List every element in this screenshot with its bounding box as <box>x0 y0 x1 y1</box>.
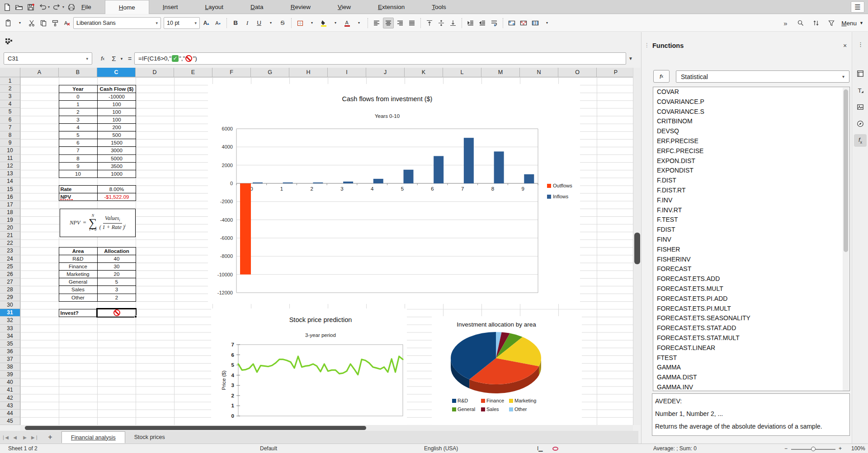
sort-icon[interactable] <box>811 18 821 28</box>
row-header-24[interactable]: 24 <box>0 255 20 263</box>
menu-tab-view[interactable]: View <box>324 0 364 14</box>
cell-C24[interactable]: 40 <box>98 255 136 263</box>
row-header-3[interactable]: 3 <box>0 93 20 100</box>
cut-icon[interactable] <box>26 18 37 28</box>
row-header-8[interactable]: 8 <box>0 131 20 139</box>
cell-C11[interactable]: 5000 <box>98 155 136 163</box>
menu-tab-insert[interactable]: Insert <box>149 0 192 14</box>
function-item-forecast.ets.mult[interactable]: FORECAST.ETS.MULT <box>653 284 849 294</box>
cell-C28[interactable]: 3 <box>98 286 136 294</box>
row-header-2[interactable]: 2 <box>0 85 20 93</box>
document-modified-icon[interactable] <box>552 447 558 451</box>
function-item-fdist[interactable]: FDIST <box>653 225 849 235</box>
column-header-O[interactable]: O <box>558 68 597 77</box>
copy-icon[interactable] <box>38 18 49 28</box>
function-item-forecast.ets.pi.mult[interactable]: FORECAST.ETS.PI.MULT <box>653 304 849 314</box>
function-item-expon.dist[interactable]: EXPON.DIST <box>653 156 849 166</box>
function-item-critbinom[interactable]: CRITBINOM <box>653 117 849 126</box>
undo-icon[interactable] <box>38 3 47 12</box>
line-chart[interactable]: 01234567Stock price prediction3-year per… <box>211 308 407 425</box>
column-header-L[interactable]: L <box>443 68 481 77</box>
function-item-forecast[interactable]: FORECAST <box>653 264 849 274</box>
cell-C5[interactable]: 100 <box>98 108 136 116</box>
formula-input[interactable]: =IF(C16>0,"✓","") <box>134 52 626 65</box>
panel-close-icon[interactable]: × <box>843 42 847 49</box>
cell-C8[interactable]: 500 <box>98 131 136 139</box>
menu-tab-review[interactable]: Review <box>277 0 324 14</box>
column-header-E[interactable]: E <box>174 68 212 77</box>
align-justify-icon[interactable] <box>406 18 417 28</box>
function-item-forecast.ets.pi.add[interactable]: FORECAST.ETS.PI.ADD <box>653 294 849 304</box>
new-doc-icon[interactable] <box>3 3 12 12</box>
cell-B6[interactable]: 3 <box>59 116 98 124</box>
select-all-corner[interactable] <box>0 68 20 77</box>
function-wizard-button[interactable]: fx <box>97 52 108 65</box>
cell-C26[interactable]: 20 <box>98 271 136 278</box>
align-right-icon[interactable] <box>395 18 406 28</box>
function-item-f.inv.rt[interactable]: F.INV.RT <box>653 205 849 215</box>
row-header-25[interactable]: 25 <box>0 263 20 271</box>
row-header-15[interactable]: 15 <box>0 186 20 193</box>
column-header-G[interactable]: G <box>251 68 289 77</box>
sidebar-grid-icon[interactable] <box>5 38 13 47</box>
cell-C15[interactable]: 8.00% <box>98 186 136 193</box>
row-header-4[interactable]: 4 <box>0 100 20 108</box>
bar-chart[interactable]: 6000400020000-2000-4000-6000-8000-10000-… <box>208 84 580 304</box>
align-vcenter-icon[interactable] <box>436 18 447 28</box>
row-header-35[interactable]: 35 <box>0 340 20 348</box>
function-item-expondist[interactable]: EXPONDIST <box>653 166 849 176</box>
sum-dropdown-icon[interactable]: ▾ <box>118 52 125 65</box>
cell-C12[interactable]: 3500 <box>98 163 136 170</box>
vertical-scrollbar-thumb[interactable] <box>634 233 640 264</box>
column-header-C[interactable]: C <box>97 68 136 77</box>
equals-button[interactable]: = <box>126 52 134 65</box>
category-dropdown[interactable]: Statistical ▾ <box>676 70 849 83</box>
increase-font-icon[interactable]: A▴ <box>201 18 212 28</box>
clone-formatting-icon[interactable] <box>50 18 61 28</box>
insert-function-button[interactable]: fx <box>653 70 670 83</box>
row-header-5[interactable]: 5 <box>0 108 20 116</box>
paste-icon[interactable] <box>3 18 14 28</box>
function-item-covariance.p[interactable]: COVARIANCE.P <box>653 97 849 107</box>
row-header-7[interactable]: 7 <box>0 124 20 131</box>
function-item-ftest[interactable]: FTEST <box>653 353 849 363</box>
cell-B13[interactable]: 10 <box>59 170 98 178</box>
cell-C16[interactable]: -$1,522.09 <box>98 193 136 201</box>
save-icon[interactable] <box>26 3 35 12</box>
function-item-fisherinv[interactable]: FISHERINV <box>653 255 849 265</box>
borders-dropdown-icon[interactable]: ▾ <box>307 18 317 28</box>
zoom-level[interactable]: 100% <box>851 445 865 452</box>
insert-mode-indicator[interactable]: I▁ <box>537 445 543 452</box>
merge-dropdown-icon[interactable]: ▾ <box>542 18 552 28</box>
cell-B8[interactable]: 5 <box>59 131 98 139</box>
cell-B28[interactable]: Sales <box>59 286 98 294</box>
function-item-f.dist.rt[interactable]: F.DIST.RT <box>653 186 849 196</box>
background-color-icon[interactable] <box>318 18 329 28</box>
row-header-27[interactable]: 27 <box>0 278 20 286</box>
decrease-font-icon[interactable]: A▾ <box>212 18 223 28</box>
row-header-21[interactable]: 21 <box>0 232 20 239</box>
row-header-14[interactable]: 14 <box>0 177 20 185</box>
function-item-fisher[interactable]: FISHER <box>653 245 849 255</box>
undo-dropdown-icon[interactable]: ▾ <box>48 5 50 9</box>
column-header-K[interactable]: K <box>405 68 443 77</box>
menu-tab-data[interactable]: Data <box>237 0 277 14</box>
add-sheet-button[interactable]: + <box>43 433 57 441</box>
row-header-43[interactable]: 43 <box>0 402 20 410</box>
function-item-finv[interactable]: FINV <box>653 235 849 245</box>
zoom-out-button[interactable]: − <box>784 445 788 452</box>
cell-C2[interactable]: Cash Flow ($) <box>98 85 136 93</box>
open-icon[interactable] <box>14 3 24 12</box>
cell-C29[interactable]: 2 <box>98 294 136 302</box>
row-header-16[interactable]: 16 <box>0 193 20 201</box>
row-header-44[interactable]: 44 <box>0 410 20 417</box>
row-header-20[interactable]: 20 <box>0 224 20 232</box>
sheet-info[interactable]: Sheet 1 of 2 <box>8 445 38 452</box>
cell-B11[interactable]: 8 <box>59 155 98 163</box>
row-header-26[interactable]: 26 <box>0 271 20 278</box>
cell-C25[interactable]: 30 <box>98 263 136 271</box>
row-header-45[interactable]: 45 <box>0 417 20 425</box>
font-color-icon[interactable]: A <box>342 18 353 28</box>
pie-chart[interactable]: Investment allocation by areaR&DFinanceM… <box>432 316 582 425</box>
function-item-forecast.ets.seasonality[interactable]: FORECAST.ETS.SEASONALITY <box>653 313 849 323</box>
